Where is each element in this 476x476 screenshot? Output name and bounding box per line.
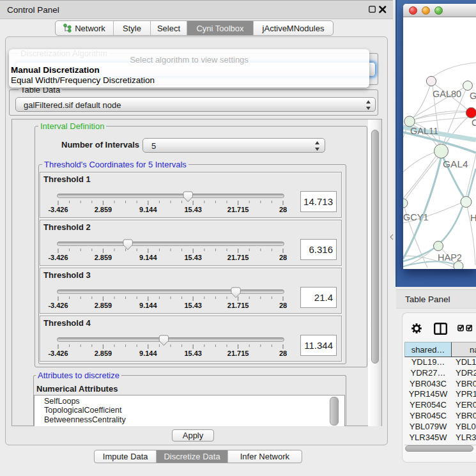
svg-text:GCY1: GCY1 — [403, 212, 429, 222]
svg-text:GAL80: GAL80 — [433, 89, 461, 99]
svg-text:H: H — [470, 213, 476, 223]
svg-text:G.: G. — [470, 91, 476, 101]
svg-text:GAL4: GAL4 — [443, 158, 468, 169]
svg-text:HAP2: HAP2 — [438, 252, 462, 263]
svg-text:GAL11: GAL11 — [410, 126, 438, 136]
svg-text:C: C — [472, 118, 476, 128]
